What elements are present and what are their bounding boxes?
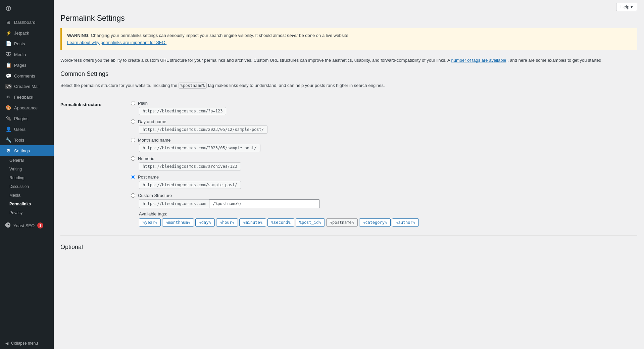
settings-icon: ⚙ (5, 148, 11, 153)
permalink-structure-field: Plain https://bleedingcosmos.com/?p=123 … (131, 101, 637, 231)
topbar: Help ▾ (54, 0, 644, 14)
main-content: Help ▾ Permalink Settings WARNING: Chang… (54, 0, 644, 349)
sidebar-item-yoast-seo[interactable]: 🅨 Yoast SEO 1 (0, 220, 54, 231)
sidebar-label-users: Users (14, 127, 26, 132)
day-name-url-example: https://bleedingcosmos.com/2023/05/12/sa… (139, 126, 267, 134)
tag-minute[interactable]: %minute% (239, 218, 266, 227)
comments-icon: 💬 (5, 73, 11, 79)
sidebar-label-creative-mail: Creative Mail (14, 84, 40, 89)
tag-post-id[interactable]: %post_id% (296, 218, 325, 227)
radio-option-month-name: Month and name https://bleedingcosmos.co… (131, 138, 637, 152)
custom-structure-input[interactable] (209, 199, 320, 208)
radio-option-plain: Plain https://bleedingcosmos.com/?p=123 (131, 101, 637, 115)
radio-post-name[interactable] (131, 175, 135, 179)
tag-second[interactable]: %second% (267, 218, 294, 227)
common-settings-title: Common Settings (60, 70, 637, 78)
collapse-icon: ◀ (5, 341, 8, 346)
sidebar-item-posts[interactable]: 📄 Posts (0, 38, 54, 49)
submenu-item-privacy[interactable]: Privacy (0, 208, 54, 217)
permalink-structure-label: Permalink structure (60, 101, 131, 107)
appearance-icon: 🎨 (5, 105, 11, 110)
radio-plain-label: Plain (138, 101, 148, 106)
creative-mail-icon: CM (5, 84, 11, 89)
warning-box: WARNING: Changing your permalinks settin… (60, 28, 637, 50)
submenu-item-discussion[interactable]: Discussion (0, 182, 54, 191)
radio-plain[interactable] (131, 101, 135, 105)
radio-numeric[interactable] (131, 156, 135, 161)
feedback-icon: ✉ (5, 94, 11, 100)
yoast-badge: 1 (37, 222, 43, 229)
sidebar-label-comments: Comments (14, 73, 35, 79)
sidebar-item-comments[interactable]: 💬 Comments (0, 70, 54, 81)
warning-link[interactable]: Learn about why permalinks are important… (67, 40, 166, 45)
radio-option-post-name: Post name https://bleedingcosmos.com/sam… (131, 174, 637, 189)
radio-month-name[interactable] (131, 138, 135, 142)
tag-year[interactable]: %year% (139, 218, 161, 227)
tag-hour[interactable]: %hour% (216, 218, 238, 227)
sidebar-item-appearance[interactable]: 🎨 Appearance (0, 102, 54, 113)
yoast-icon: 🅨 (5, 222, 11, 229)
sidebar-item-dashboard[interactable]: ⊞ Dashboard (0, 17, 54, 28)
intro-link[interactable]: number of tags are available (451, 58, 506, 63)
plain-url-example: https://bleedingcosmos.com/?p=123 (139, 107, 226, 115)
warning-prefix: WARNING: (67, 33, 90, 38)
tag-category[interactable]: %category% (359, 218, 391, 227)
sidebar-label-jetpack: Jetpack (14, 31, 29, 36)
sidebar-item-tools[interactable]: 🔧 Tools (0, 135, 54, 145)
collapse-label: Collapse menu (11, 341, 38, 346)
radio-option-numeric: Numeric https://bleedingcosmos.com/archi… (131, 156, 637, 170)
submenu-item-media-sub[interactable]: Media (0, 191, 54, 200)
sidebar-item-pages[interactable]: 📋 Pages (0, 60, 54, 70)
wp-logo-icon: ⊛ (5, 4, 11, 13)
radio-day-name[interactable] (131, 119, 135, 124)
plugins-icon: 🔌 (5, 116, 11, 121)
sidebar-item-creative-mail[interactable]: CM Creative Mail (0, 81, 54, 92)
radio-day-name-label: Day and name (138, 119, 166, 124)
sidebar-label-feedback: Feedback (14, 95, 33, 100)
permalink-structure-row: Permalink structure Plain https://bleedi… (60, 96, 637, 236)
sidebar-item-jetpack[interactable]: ⚡ Jetpack (0, 28, 54, 38)
radio-custom-label: Custom Structure (138, 193, 172, 198)
sidebar-item-media[interactable]: 🖼 Media (0, 49, 54, 60)
sidebar-item-feedback[interactable]: ✉ Feedback (0, 92, 54, 102)
sidebar-label-tools: Tools (14, 138, 24, 143)
sidebar: ⊛ ⊞ Dashboard ⚡ Jetpack 📄 Posts 🖼 Media … (0, 0, 54, 349)
tag-monthnum[interactable]: %monthnum% (162, 218, 194, 227)
sidebar-item-users[interactable]: 👤 Users (0, 124, 54, 135)
sidebar-label-settings: Settings (14, 148, 30, 153)
tag-day[interactable]: %day% (195, 218, 215, 227)
month-name-url-example: https://bleedingcosmos.com/2023/05/sampl… (139, 144, 260, 152)
sidebar-label-dashboard: Dashboard (14, 20, 36, 25)
sidebar-item-settings[interactable]: ⚙ Settings (0, 145, 54, 156)
radio-post-name-label: Post name (138, 174, 159, 180)
sidebar-logo: ⊛ (0, 0, 54, 17)
sidebar-label-pages: Pages (14, 63, 27, 68)
tag-author[interactable]: %author% (392, 218, 419, 227)
sidebar-item-plugins[interactable]: 🔌 Plugins (0, 113, 54, 124)
submenu-item-writing[interactable]: Writing (0, 165, 54, 173)
optional-title: Optional (60, 244, 637, 251)
submenu-item-general[interactable]: General (0, 156, 54, 165)
posts-icon: 📄 (5, 41, 11, 46)
tag-postname[interactable]: %postname% (326, 218, 358, 227)
custom-structure-row: https://bleedingcosmos.com (139, 199, 637, 208)
media-icon: 🖼 (5, 52, 11, 57)
jetpack-icon: ⚡ (5, 30, 11, 36)
post-name-url-example: https://bleedingcosmos.com/sample-post/ (139, 181, 241, 189)
users-icon: 👤 (5, 127, 11, 132)
help-button[interactable]: Help ▾ (616, 3, 637, 11)
common-settings-desc: Select the permalink structure for your … (60, 82, 637, 89)
submenu-item-reading[interactable]: Reading (0, 173, 54, 182)
page-title: Permalink Settings (60, 14, 637, 23)
available-tags-label: Available tags: (139, 211, 637, 216)
settings-arrow (52, 145, 54, 156)
radio-custom[interactable] (131, 193, 135, 198)
collapse-menu-button[interactable]: ◀ Collapse menu (0, 338, 54, 349)
sidebar-label-plugins: Plugins (14, 116, 29, 121)
tools-icon: 🔧 (5, 137, 11, 143)
submenu-item-permalinks[interactable]: Permalinks (0, 200, 54, 208)
warning-text: Changing your permalinks settings can se… (91, 33, 350, 38)
available-tags-row: %year% %monthnum% %day% %hour% %minute% … (139, 218, 637, 227)
content-area: Permalink Settings WARNING: Changing you… (54, 14, 644, 349)
radio-numeric-label: Numeric (138, 156, 154, 161)
